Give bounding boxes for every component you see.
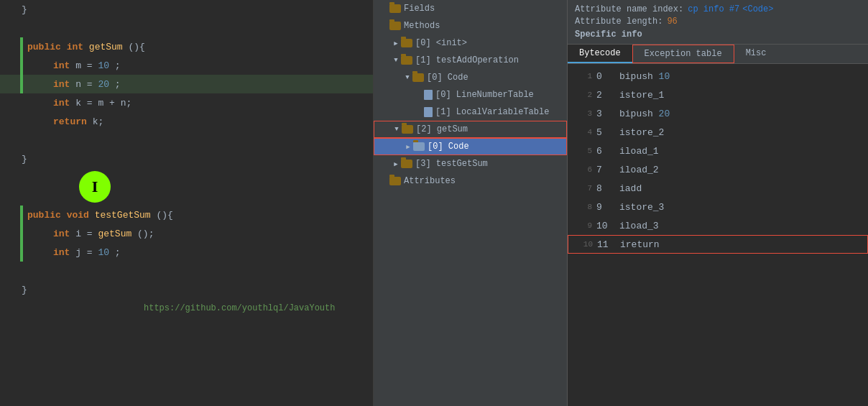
folder-icon [401, 39, 412, 47]
bc-instruction: 6 7 iload_2 [568, 160, 868, 179]
folder-icon [412, 73, 424, 82]
tab-bytecode[interactable]: Bytecode [568, 45, 632, 63]
tree-arrow [379, 4, 389, 14]
bc-instruction: 5 6 iload_1 [568, 142, 868, 160]
folder-icon [389, 4, 401, 13]
code-line-highlighted: int n = 20 ; [0, 75, 373, 93]
bc-instruction-highlighted: 10 11 ireturn [568, 235, 868, 254]
bc-instruction: 2 2 istore_1 [568, 86, 868, 104]
code-line: return k; [0, 112, 373, 131]
tree-arrow: ▼ [391, 55, 401, 65]
folder-icon [389, 177, 401, 185]
attr-name-row: Attribute name index: cp info #7 <Code> [575, 4, 861, 14]
code-line: I [0, 168, 373, 206]
code-line: public int getSum (){ [0, 37, 373, 56]
tree-item-code1[interactable]: ▶ [0] Code [374, 138, 567, 155]
tree-item-linenumbertable[interactable]: [0] LineNumberTable [374, 86, 567, 103]
bc-instruction: 8 9 istore_3 [568, 198, 868, 216]
green-bar-indicator [20, 206, 23, 224]
specific-info-title: Specific info [575, 29, 861, 40]
tree-item-getsum[interactable]: ▼ [2] getSum [374, 121, 567, 138]
code-line: } [0, 0, 373, 19]
tab-misc[interactable]: Misc [734, 45, 778, 63]
code-line [0, 262, 373, 280]
bytecode-header: Attribute name index: cp info #7 <Code> … [568, 0, 868, 45]
code-line: int i = getSum (); [0, 224, 373, 243]
code-line: } [0, 280, 373, 299]
tree-item-methods[interactable]: Methods [374, 17, 567, 34]
bc-instruction: 9 10 iload_3 [568, 216, 868, 235]
green-bar-indicator [20, 75, 23, 93]
code-line: int m = 10 ; [0, 56, 373, 75]
tree-arrow [414, 107, 424, 117]
bytecode-panel: Attribute name index: cp info #7 <Code> … [568, 0, 868, 406]
tab-exception-table[interactable]: Exception table [632, 45, 734, 63]
code-line: public void testGetSum (){ [0, 206, 373, 224]
green-bar-indicator [20, 37, 23, 56]
bc-instruction: 4 5 istore_2 [568, 123, 868, 142]
bc-instruction: 1 0 bipush 10 [568, 67, 868, 86]
folder-icon [389, 22, 401, 30]
bc-instruction: 7 8 iadd [568, 179, 868, 198]
github-url: https://github.com/youthlql/JavaYouth [0, 299, 373, 318]
folder-icon [401, 160, 412, 168]
tree-arrow: ▼ [402, 73, 412, 83]
green-bar-indicator [20, 243, 23, 262]
code-line [0, 131, 373, 149]
folder-icon [401, 56, 412, 65]
cursor-indicator: I [79, 171, 111, 203]
bytecode-instructions: 1 0 bipush 10 2 2 istore_1 3 3 bipush 20… [568, 64, 868, 406]
tree-item-fields[interactable]: Fields [374, 0, 567, 17]
file-icon [424, 90, 433, 100]
folder-icon [413, 142, 425, 151]
tree-arrow: ▶ [403, 142, 413, 152]
tree-item-code0[interactable]: ▼ [0] Code [374, 69, 567, 86]
bc-instruction: 3 3 bipush 20 [568, 104, 868, 123]
code-line: int k = m + n; [0, 93, 373, 112]
tree-arrow: ▶ [391, 38, 401, 48]
attr-length-row: Attribute length: 96 [575, 17, 861, 27]
tree-item-init[interactable]: ▶ [0] <init> [374, 34, 567, 52]
code-line: int j = 10 ; [0, 243, 373, 262]
tree-arrow: ▶ [391, 159, 401, 169]
folder-icon [402, 125, 413, 134]
green-bar-indicator [20, 224, 23, 243]
file-icon [424, 107, 433, 117]
tree-item-testaddoperation[interactable]: ▼ [1] testAddOperation [374, 52, 567, 69]
tree-arrow [379, 176, 389, 186]
code-editor: } public int getSum (){ int m = 10 ; int… [0, 0, 374, 406]
tree-item-attributes[interactable]: Attributes [374, 172, 567, 190]
file-tree: Fields Methods ▶ [0] <init> ▼ [1] testAd… [374, 0, 568, 406]
tree-arrow [414, 90, 424, 100]
code-line [0, 19, 373, 37]
tree-arrow: ▼ [392, 124, 402, 134]
bytecode-tabs: Bytecode Exception table Misc [568, 45, 868, 64]
green-bar-indicator [20, 56, 23, 75]
code-line: } [0, 149, 373, 168]
tree-item-localvariabletable[interactable]: [1] LocalVariableTable [374, 103, 567, 121]
tree-arrow [379, 21, 389, 31]
tree-item-testgetsum[interactable]: ▶ [3] testGetSum [374, 155, 567, 172]
